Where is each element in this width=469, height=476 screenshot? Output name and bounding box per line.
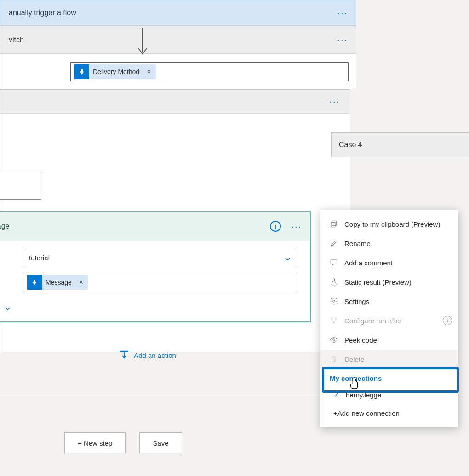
advanced-options-label: d options (0, 303, 0, 311)
flow-arrow-down (136, 26, 149, 58)
token-delivery-method[interactable]: Delivery Method × (74, 64, 156, 79)
switch-title: vitch (9, 36, 24, 44)
menu-label: Delete (344, 356, 364, 363)
comment-icon (330, 258, 338, 267)
menu-settings[interactable]: Settings (320, 292, 458, 311)
channel-select[interactable]: tutorial ⌄ (23, 248, 297, 267)
info-icon: i (443, 316, 452, 325)
token-message[interactable]: Message × (27, 275, 88, 290)
check-icon: ✓ (333, 390, 339, 399)
connection-item[interactable]: ✓ henry.legge (320, 386, 458, 404)
menu-label: Peek code (344, 336, 377, 344)
svg-point-6 (333, 300, 335, 303)
branch-icon (330, 316, 338, 325)
menu-section-my-connections: My connections (320, 369, 458, 386)
more-icon[interactable]: ··· (329, 96, 340, 107)
menu-copy[interactable]: Copy to my clipboard (Preview) (320, 214, 458, 234)
menu-static-result[interactable]: Static result (Preview) (320, 272, 458, 292)
switch-header[interactable]: vitch ··· (0, 26, 356, 54)
message-text-input[interactable]: Message × (23, 273, 297, 292)
case-equals-input[interactable] (0, 172, 41, 200)
copy-icon (330, 220, 338, 228)
post-message-header[interactable]: nessage i ··· (0, 212, 310, 241)
more-icon[interactable]: ··· (337, 34, 348, 45)
select-value: tutorial (29, 254, 50, 262)
token-label: Delivery Method (93, 68, 139, 75)
save-button[interactable]: Save (139, 432, 182, 453)
manual-trigger-icon (27, 275, 42, 290)
eye-icon (330, 336, 338, 344)
gear-icon (330, 297, 338, 305)
insert-step-icon (119, 350, 129, 361)
svg-rect-4 (331, 222, 335, 227)
switch-on-input[interactable]: Delivery Method × (70, 62, 349, 81)
trash-icon (330, 355, 338, 363)
more-icon[interactable]: ··· (291, 221, 302, 232)
post-message-title: nessage (0, 222, 10, 230)
info-icon[interactable]: i (270, 221, 281, 232)
case4-title: Case 4 (339, 141, 362, 149)
svg-point-10 (333, 339, 335, 341)
menu-label: Configure run after (344, 317, 402, 325)
menu-peek-code[interactable]: Peek code (320, 330, 458, 350)
connection-name: henry.legge (346, 391, 381, 399)
pencil-icon (330, 239, 338, 247)
flask-icon (330, 278, 338, 286)
advanced-options-link[interactable]: d options ⌄ (0, 295, 11, 312)
menu-configure-run-after: Configure run after i (320, 311, 458, 330)
add-action-button[interactable]: Add an action (0, 350, 323, 361)
add-connection-button[interactable]: +Add new connection (320, 404, 458, 423)
save-label: Save (153, 439, 168, 447)
divider (0, 395, 323, 395)
token-label: Message (46, 279, 72, 286)
new-step-label: + New step (78, 439, 112, 447)
trigger-title: anually trigger a flow (9, 9, 76, 17)
add-action-label: Add an action (134, 351, 176, 359)
svg-point-8 (335, 318, 337, 319)
post-message-card[interactable]: nessage i ··· e tutorial ⌄ Message × (0, 211, 311, 322)
remove-token-icon[interactable]: × (147, 68, 151, 76)
menu-label: Add a comment (344, 259, 393, 267)
menu-label: Static result (Preview) (344, 278, 412, 286)
trigger-card[interactable]: anually trigger a flow ··· (0, 0, 356, 26)
svg-point-7 (331, 318, 332, 319)
case4-card[interactable]: Case 4 (331, 132, 469, 157)
svg-rect-1 (120, 351, 128, 352)
context-menu: Copy to my clipboard (Preview) Rename Ad… (320, 210, 458, 427)
menu-label: Copy to my clipboard (Preview) (344, 220, 440, 228)
switch-card[interactable]: vitch ··· Delivery Method × (0, 26, 356, 89)
menu-label: Settings (344, 298, 369, 305)
svg-rect-3 (332, 221, 336, 226)
manual-trigger-icon (74, 64, 89, 79)
more-icon[interactable]: ··· (337, 8, 348, 18)
menu-label: Rename (344, 240, 371, 247)
chevron-down-icon: ⌄ (283, 252, 292, 263)
case-header[interactable]: ··· (0, 90, 350, 114)
new-step-button[interactable]: + New step (64, 432, 126, 453)
menu-delete[interactable]: Delete (320, 350, 458, 369)
chevron-down-icon: ⌄ (3, 302, 12, 312)
svg-rect-5 (331, 260, 337, 264)
remove-token-icon[interactable]: × (79, 278, 83, 287)
menu-comment[interactable]: Add a comment (320, 253, 458, 272)
add-connection-label: +Add new connection (333, 409, 400, 417)
menu-rename[interactable]: Rename (320, 234, 458, 253)
